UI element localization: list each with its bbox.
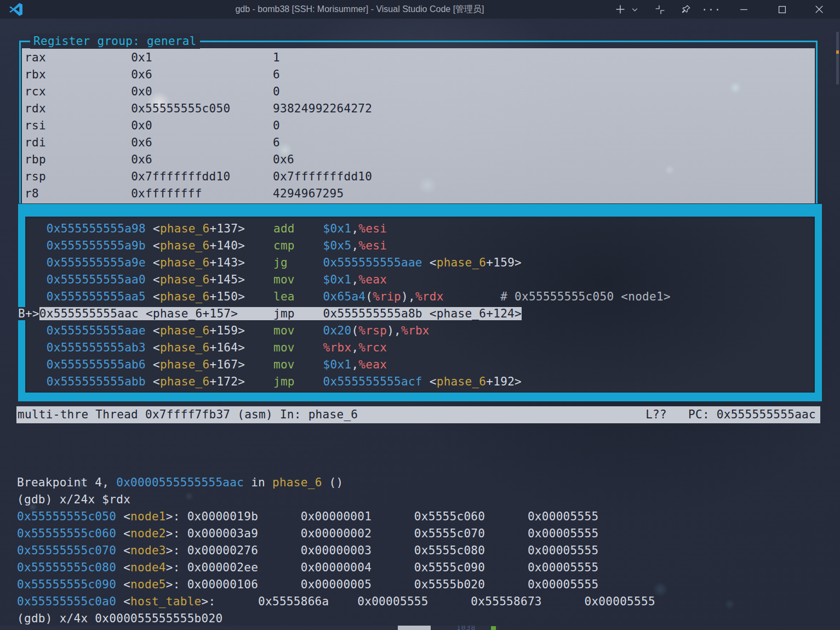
maximize-panel-icon[interactable] (651, 0, 668, 19)
gdb-line: (gdb) x/24x $rdx (17, 491, 828, 508)
vscode-window: gdb - bomb38 [SSH: Morisummer] - Visual … (0, 0, 840, 630)
register-row: rsi 0x0 0 (25, 117, 815, 134)
register-row: rbp 0x6 0x6 (25, 151, 815, 168)
scrollbar-tick (836, 50, 839, 54)
asm-line: 0x555555555a9b <phase_6+140> cmp $0x5,%e… (18, 237, 822, 254)
register-panel-border-right (816, 41, 818, 203)
asm-line: 0x555555555a98 <phase_6+137> add $0x1,%e… (18, 220, 822, 237)
window-title: gdb - bomb38 [SSH: Morisummer] - Visual … (110, 0, 610, 19)
tui-status-bar: multi-thre Thread 0x7ffff7fb37 (asm) In:… (16, 406, 820, 423)
gdb-line: 0x55555555c0a0 <host_table>: 0x5555866a … (17, 593, 828, 610)
gdb-console[interactable]: Breakpoint 4, 0x0000555555555aac in phas… (17, 440, 828, 630)
bottom-strip-dark-segment (499, 626, 840, 630)
register-row: r8 0xffffffff 4294967295 (25, 185, 815, 202)
gdb-line: Breakpoint 4, 0x0000555555555aac in phas… (17, 474, 828, 491)
register-panel-border-left (19, 41, 21, 203)
gdb-line: (gdb) x/4x 0x000055555555b020 (17, 610, 828, 627)
bottom-strip-text: 1038 (456, 626, 476, 630)
register-row: rdi 0x6 6 (25, 134, 815, 151)
asm-line: 0x555555555ab6 <phase_6+167> mov $0x1,%e… (18, 356, 822, 373)
register-row: rcx 0x0 0 (25, 83, 815, 100)
terminal-profile-chevron-icon[interactable] (629, 0, 640, 19)
gdb-line: 0x55555555c070 <node3>: 0x00000276 0x000… (17, 542, 828, 559)
asm-line: B+>0x555555555aac <phase_6+157> jmp 0x55… (18, 305, 822, 322)
register-row: rax 0x1 1 (25, 49, 815, 66)
gdb-line: 0x55555555c080 <node4>: 0x000002ee 0x000… (17, 559, 828, 576)
close-button[interactable] (807, 0, 832, 19)
minimize-button[interactable] (731, 0, 756, 19)
asm-lines: 0x555555555a98 <phase_6+137> add $0x1,%e… (18, 220, 822, 390)
register-row: rdx 0x55555555c050 93824992264272 (25, 100, 815, 117)
new-terminal-button[interactable] (613, 0, 628, 19)
status-right: L??PC: 0x555555555aac (645, 406, 816, 423)
register-row: rbx 0x6 6 (25, 66, 815, 83)
bottom-edge-strip: 1038 (0, 626, 840, 630)
more-actions-icon[interactable]: ··· (702, 0, 720, 19)
asm-line: 0x555555555a9e <phase_6+143> jg 0x555555… (18, 254, 822, 271)
status-thread-info: multi-thre Thread 0x7ffff7fb37 (asm) In:… (18, 406, 358, 423)
asm-panel: 0x555555555a98 <phase_6+137> add $0x1,%e… (18, 204, 822, 401)
bottom-strip-highlight (398, 626, 431, 630)
gdb-line: 0x55555555c090 <node5>: 0x00000106 0x000… (17, 576, 828, 593)
vscode-logo-icon[interactable] (9, 2, 23, 16)
gdb-line: 0x55555555c050 <node1>: 0x0000019b 0x000… (17, 508, 828, 525)
terminal-scrollbar[interactable] (836, 32, 839, 84)
asm-line: 0x555555555ab3 <phase_6+164> mov %rbx,%r… (18, 339, 822, 356)
title-bar: gdb - bomb38 [SSH: Morisummer] - Visual … (0, 0, 840, 19)
asm-line: 0x555555555aa0 <phase_6+145> mov $0x1,%e… (18, 271, 822, 288)
register-row: rsp 0x7fffffffdd10 0x7fffffffdd10 (25, 168, 815, 185)
asm-line: 0x555555555aae <phase_6+159> mov 0x20(%r… (18, 322, 822, 339)
bottom-strip-green-marker (491, 626, 496, 630)
status-pc: PC: 0x555555555aac (688, 408, 816, 421)
gdb-line: 0x55555555c060 <node2>: 0x000003a9 0x000… (17, 525, 828, 542)
maximize-button[interactable] (769, 0, 795, 19)
asm-line: 0x555555555aa5 <phase_6+150> lea 0x65a4(… (18, 288, 822, 305)
gdb-lines: Breakpoint 4, 0x0000555555555aac in phas… (17, 474, 828, 630)
register-rows: rax 0x1 1rbx 0x6 6rcx 0x0 0rdx 0x5555555… (22, 48, 815, 203)
register-panel-title: Register group: general (30, 33, 200, 49)
asm-line: 0x555555555abb <phase_6+172> jmp 0x55555… (18, 373, 822, 390)
pin-icon[interactable] (677, 0, 695, 19)
status-line-indicator: L?? (645, 408, 667, 421)
